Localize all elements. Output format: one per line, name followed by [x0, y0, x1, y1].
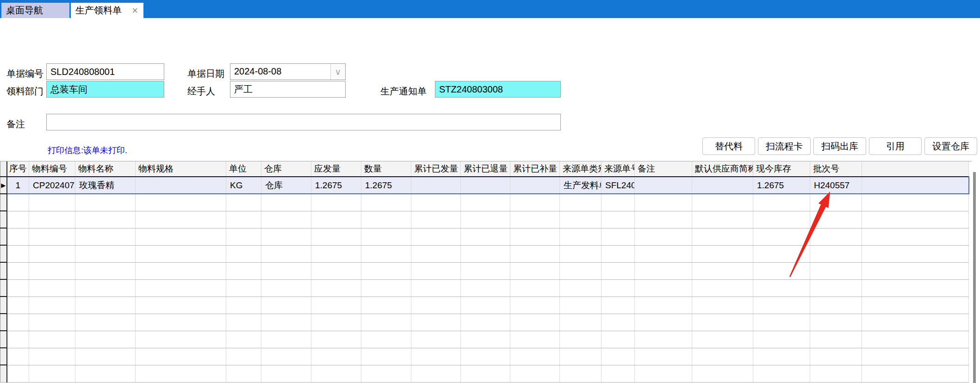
vertical-scrollbar[interactable] — [973, 172, 976, 383]
empty-cell[interactable] — [361, 245, 411, 262]
empty-cell[interactable] — [226, 279, 261, 297]
cell-cum-returned[interactable] — [461, 177, 510, 194]
empty-cell[interactable] — [510, 314, 560, 331]
empty-cell[interactable] — [311, 365, 361, 382]
empty-cell[interactable] — [75, 262, 136, 279]
empty-cell[interactable] — [635, 279, 692, 297]
empty-cell[interactable] — [510, 297, 560, 314]
table-row-empty[interactable] — [0, 279, 969, 297]
empty-cell[interactable] — [602, 194, 635, 211]
empty-cell[interactable] — [7, 228, 29, 245]
empty-cell[interactable] — [560, 314, 602, 331]
empty-cell[interactable] — [461, 211, 510, 228]
empty-cell[interactable] — [510, 245, 560, 262]
cell-material-code[interactable]: CP2024072 — [29, 177, 75, 194]
empty-cell[interactable] — [311, 262, 361, 279]
col-header-warehouse[interactable]: 仓库 — [261, 161, 311, 177]
empty-cell[interactable] — [560, 331, 602, 348]
empty-cell[interactable] — [692, 331, 753, 348]
empty-cell[interactable] — [635, 365, 692, 382]
empty-cell[interactable] — [692, 297, 753, 314]
empty-cell[interactable] — [692, 262, 753, 279]
empty-cell[interactable] — [753, 297, 810, 314]
empty-cell[interactable] — [75, 194, 136, 211]
empty-cell[interactable] — [75, 331, 136, 348]
dept-field[interactable] — [46, 81, 164, 98]
table-row-empty[interactable] — [0, 245, 969, 262]
col-header-extra[interactable] — [862, 161, 969, 177]
empty-cell[interactable] — [810, 211, 862, 228]
table-row-empty[interactable] — [0, 365, 969, 382]
empty-cell[interactable] — [7, 297, 29, 314]
empty-cell[interactable] — [510, 279, 560, 297]
empty-cell[interactable] — [411, 228, 461, 245]
empty-cell[interactable] — [810, 297, 862, 314]
empty-cell[interactable] — [461, 245, 510, 262]
empty-cell[interactable] — [29, 365, 75, 382]
empty-cell[interactable] — [261, 365, 311, 382]
empty-cell[interactable] — [692, 194, 753, 211]
cell-cum-issued[interactable] — [411, 177, 461, 194]
cell-remark[interactable] — [635, 177, 692, 194]
empty-cell[interactable] — [635, 262, 692, 279]
empty-cell[interactable] — [810, 194, 862, 211]
empty-cell[interactable] — [361, 279, 411, 297]
chevron-down-icon[interactable]: ∨ — [330, 64, 345, 80]
table-row-empty[interactable] — [0, 228, 969, 245]
empty-cell[interactable] — [361, 211, 411, 228]
empty-cell[interactable] — [411, 314, 461, 331]
col-header-cum-supplemented[interactable]: 累计已补量 — [510, 161, 560, 177]
empty-cell[interactable] — [810, 331, 862, 348]
empty-cell[interactable] — [510, 348, 560, 365]
cell-current-stock[interactable]: 1.2675 — [753, 177, 810, 194]
empty-cell[interactable] — [311, 228, 361, 245]
empty-cell[interactable] — [261, 194, 311, 211]
empty-cell[interactable] — [810, 348, 862, 365]
empty-cell[interactable] — [75, 314, 136, 331]
empty-cell[interactable] — [311, 314, 361, 331]
empty-cell[interactable] — [862, 245, 969, 262]
empty-cell[interactable] — [75, 228, 136, 245]
empty-cell[interactable] — [226, 211, 261, 228]
empty-cell[interactable] — [226, 365, 261, 382]
empty-cell[interactable] — [75, 297, 136, 314]
cell-spec[interactable] — [136, 177, 226, 194]
empty-cell[interactable] — [361, 314, 411, 331]
cell-material-name[interactable]: 玫瑰香精 — [75, 177, 136, 194]
table-row-empty[interactable] — [0, 314, 969, 331]
cell-qty-due[interactable]: 1.2675 — [311, 177, 361, 194]
table-row-empty[interactable] — [0, 331, 969, 348]
col-header-source-type[interactable]: 来源单类别 — [560, 161, 602, 177]
empty-cell[interactable] — [311, 245, 361, 262]
empty-cell[interactable] — [602, 365, 635, 382]
empty-cell[interactable] — [461, 194, 510, 211]
empty-cell[interactable] — [862, 211, 969, 228]
empty-cell[interactable] — [635, 314, 692, 331]
empty-cell[interactable] — [862, 194, 969, 211]
empty-cell[interactable] — [136, 279, 226, 297]
empty-cell[interactable] — [226, 348, 261, 365]
empty-cell[interactable] — [29, 314, 75, 331]
empty-cell[interactable] — [635, 331, 692, 348]
empty-cell[interactable] — [560, 245, 602, 262]
empty-cell[interactable] — [635, 297, 692, 314]
col-header-seq[interactable]: 序号 — [7, 161, 29, 177]
handler-field[interactable] — [230, 81, 346, 98]
empty-cell[interactable] — [261, 297, 311, 314]
col-header-material-name[interactable]: 物料名称 — [75, 161, 136, 177]
empty-cell[interactable] — [226, 245, 261, 262]
empty-cell[interactable] — [29, 228, 75, 245]
empty-cell[interactable] — [862, 297, 969, 314]
col-header-qty[interactable]: 数量 — [361, 161, 411, 177]
empty-cell[interactable] — [261, 348, 311, 365]
cell-unit[interactable]: KG — [226, 177, 261, 194]
empty-cell[interactable] — [75, 245, 136, 262]
empty-cell[interactable] — [602, 262, 635, 279]
col-header-unit[interactable]: 单位 — [226, 161, 261, 177]
col-header-default-supplier[interactable]: 默认供应商简称 — [692, 161, 753, 177]
empty-cell[interactable] — [635, 194, 692, 211]
empty-cell[interactable] — [862, 314, 969, 331]
empty-cell[interactable] — [411, 262, 461, 279]
empty-cell[interactable] — [862, 262, 969, 279]
empty-cell[interactable] — [461, 262, 510, 279]
